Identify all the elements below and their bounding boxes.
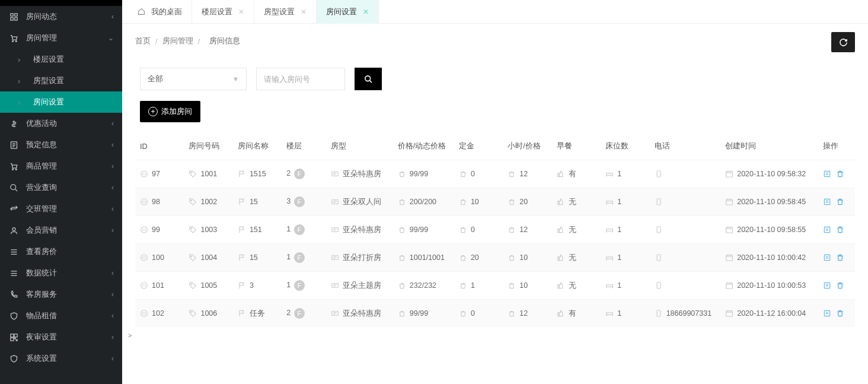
sidebar-item-12[interactable]: 夜审设置 ‹ <box>0 326 122 348</box>
cell-room-no: 1001 <box>200 170 217 178</box>
tab-label: 楼层设置 <box>202 0 232 24</box>
cell-icon <box>459 198 467 206</box>
cell-icon <box>605 309 614 318</box>
delete-button[interactable] <box>836 253 844 262</box>
cell-floor: 1 <box>286 253 291 261</box>
cell-icon <box>189 309 197 318</box>
delete-button[interactable] <box>836 170 844 178</box>
sidebar-item-13[interactable]: 系统设置 ‹ <box>0 348 122 369</box>
sidebar-sub-1-2[interactable]: › 房间设置 <box>0 91 122 113</box>
svg-point-55 <box>191 284 192 285</box>
cell-breakfast: 有 <box>569 309 576 318</box>
cell-type: 亚朵打折房 <box>343 253 381 262</box>
cell-time: 2020-11-12 16:00:04 <box>737 309 806 318</box>
tab-0[interactable]: 我的桌面 <box>128 0 192 24</box>
sidebar-item-0[interactable]: 房间动态 ‹ <box>0 6 122 27</box>
cell-beds: 1 <box>617 309 621 318</box>
chevron-left-icon: ‹ <box>111 269 114 277</box>
svg-rect-66 <box>558 313 559 316</box>
sidebar-item-7[interactable]: 会员营销 ‹ <box>0 220 122 241</box>
footer-caret-icon: > <box>128 332 855 339</box>
sidebar-item-8[interactable]: 查看房价 <box>0 241 122 262</box>
svg-text:ID: ID <box>142 229 146 232</box>
list-icon <box>8 247 19 256</box>
sidebar-sub-label: 房型设置 <box>33 75 64 86</box>
sidebar-item-11[interactable]: 物品租借 ‹ <box>0 305 122 326</box>
cell-hour: 12 <box>519 309 528 318</box>
delete-button[interactable] <box>836 198 844 206</box>
crumb-section[interactable]: 房间管理 <box>162 36 193 46</box>
delete-button[interactable] <box>836 281 844 290</box>
table-row: ID100 1004 15 1 F 亚朵打折房 1001/1001 20 10 … <box>135 243 855 271</box>
cell-icon <box>605 170 614 178</box>
edit-button[interactable] <box>823 170 831 178</box>
cell-icon <box>557 309 565 318</box>
svg-point-64 <box>191 312 192 313</box>
sidebar-item-1[interactable]: 房间管理 ⌄ <box>0 27 122 49</box>
cell-type: 亚朵特惠房 <box>343 170 381 178</box>
delete-button[interactable] <box>836 226 844 234</box>
sidebar-item-3[interactable]: 预定信息 ‹ <box>0 134 122 155</box>
svg-rect-30 <box>558 201 559 205</box>
cell-icon <box>238 253 246 262</box>
sidebar-item-5[interactable]: 营业查询 ‹ <box>0 177 122 198</box>
cell-icon <box>238 309 246 318</box>
type-select[interactable]: 全部 ▼ <box>140 68 247 90</box>
add-room-button[interactable]: + 添加房间 <box>140 101 200 122</box>
cell-icon <box>508 281 516 290</box>
cell-icon <box>189 253 197 262</box>
close-icon[interactable]: ✕ <box>301 0 307 24</box>
chevron-right-icon: › <box>18 77 27 85</box>
sidebar-sub-1-0[interactable]: › 楼层设置 <box>0 49 122 70</box>
cell-type: 亚朵特惠房 <box>343 309 381 318</box>
search-button[interactable] <box>355 68 382 90</box>
cell-beds: 1 <box>617 253 621 262</box>
svg-rect-20 <box>331 172 338 176</box>
swap-icon <box>8 205 19 214</box>
cell-icon <box>655 198 663 206</box>
edit-button[interactable] <box>823 198 831 206</box>
cart-icon <box>8 162 19 171</box>
crumb-home[interactable]: 首页 <box>135 36 151 46</box>
tab-2[interactable]: 房型设置 ✕ <box>254 0 317 24</box>
sidebar-item-2[interactable]: 优惠活动 ‹ <box>0 113 122 134</box>
room-number-input[interactable] <box>256 68 345 90</box>
sidebar-item-10[interactable]: 客房服务 ‹ <box>0 284 122 305</box>
edit-button[interactable] <box>823 281 831 290</box>
caret-down-icon: ▼ <box>232 75 239 82</box>
search-icon <box>364 75 373 84</box>
shield-icon <box>8 312 19 320</box>
sidebar-item-6[interactable]: 交班管理 ‹ <box>0 198 122 220</box>
cell-icon <box>655 170 663 178</box>
svg-rect-33 <box>726 199 733 205</box>
cell-icon <box>398 281 406 290</box>
refresh-button[interactable] <box>831 32 855 52</box>
svg-rect-69 <box>726 311 733 316</box>
cell-room-name: 3 <box>250 281 254 290</box>
svg-rect-48 <box>558 257 559 261</box>
close-icon[interactable]: ✕ <box>363 0 369 24</box>
sidebar-item-label: 查看房价 <box>26 246 57 257</box>
edit-button[interactable] <box>823 309 831 318</box>
cell-breakfast: 无 <box>569 198 576 206</box>
edit-button[interactable] <box>823 226 831 234</box>
cell-icon <box>189 281 197 290</box>
sidebar-item-9[interactable]: 数据统计 ‹ <box>0 262 122 284</box>
sidebar-item-4[interactable]: 商品管理 ‹ <box>0 155 122 177</box>
cell-price: 232/232 <box>410 281 436 290</box>
cell-room-no: 1002 <box>200 198 217 206</box>
tab-1[interactable]: 楼层设置 ✕ <box>192 0 254 24</box>
delete-button[interactable] <box>836 309 844 318</box>
cell-icon <box>459 170 467 178</box>
svg-text:ID: ID <box>142 201 146 204</box>
cell-icon <box>605 226 614 234</box>
tab-3[interactable]: 房间设置 ✕ <box>317 0 379 24</box>
sidebar-sub-1-1[interactable]: › 房型设置 <box>0 70 122 91</box>
cell-icon <box>238 198 246 206</box>
close-icon[interactable]: ✕ <box>238 0 244 24</box>
cell-time: 2020-11-10 09:58:32 <box>737 170 806 178</box>
cell-hour: 20 <box>519 198 528 206</box>
cell-room-no: 1006 <box>200 309 217 318</box>
edit-button[interactable] <box>823 253 831 262</box>
cell-hour: 10 <box>519 281 528 290</box>
